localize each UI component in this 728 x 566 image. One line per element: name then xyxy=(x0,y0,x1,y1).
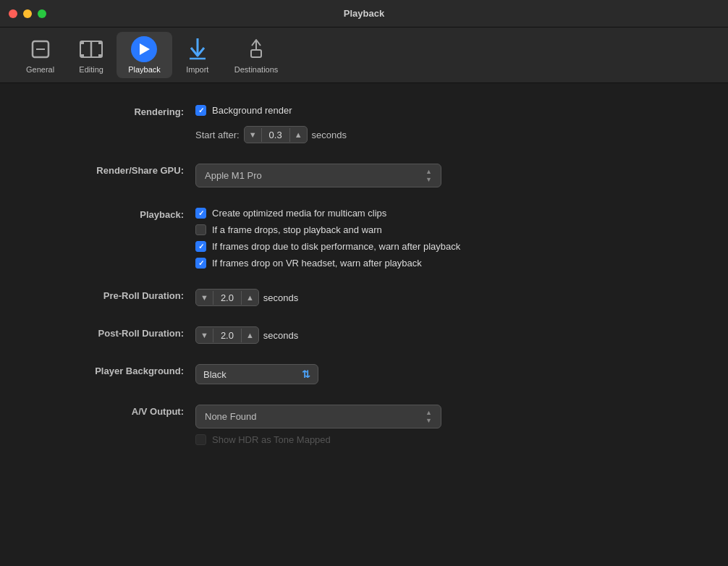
render-gpu-dropdown[interactable]: Apple M1 Pro ▲ ▼ xyxy=(195,164,441,187)
playback-option-1: If a frame drops, stop playback and warn xyxy=(195,224,685,235)
playback-option-3: If frames drop on VR headset, warn after… xyxy=(195,258,685,269)
preroll-stepper-control[interactable]: ▼ 2.0 ▲ xyxy=(195,289,259,306)
svg-rect-3 xyxy=(80,41,84,44)
toolbar-item-editing[interactable]: Editing xyxy=(66,32,117,78)
av-output-dropdown[interactable]: None Found ▲ ▼ xyxy=(195,405,441,428)
svg-rect-6 xyxy=(98,54,102,57)
destinations-label: Destinations xyxy=(234,65,279,74)
playback-option-label-0: Create optimized media for multicam clip… xyxy=(212,208,386,219)
svg-rect-10 xyxy=(251,50,261,57)
postroll-stepper: ▼ 2.0 ▲ seconds xyxy=(195,326,685,344)
window-controls xyxy=(9,9,46,18)
preroll-control: ▼ 2.0 ▲ seconds xyxy=(195,289,685,306)
postroll-stepper-control[interactable]: ▼ 2.0 ▲ xyxy=(195,326,259,344)
toolbar-item-destinations[interactable]: Destinations xyxy=(223,32,290,78)
svg-rect-4 xyxy=(80,54,84,57)
hdr-row: Show HDR as Tone Mapped xyxy=(195,434,685,445)
destinations-icon xyxy=(243,36,269,62)
postroll-seconds-label: seconds xyxy=(263,330,298,341)
player-bg-label: Player Background: xyxy=(43,364,195,376)
playback-option-0: Create optimized media for multicam clip… xyxy=(195,208,685,219)
general-label: General xyxy=(26,65,54,74)
start-after-stepper[interactable]: ▼ 0.3 ▲ xyxy=(244,126,308,143)
av-output-arrows: ▲ ▼ xyxy=(426,409,432,424)
postroll-down[interactable]: ▼ xyxy=(196,327,213,343)
player-bg-dropdown[interactable]: Black ⇅ xyxy=(195,364,318,384)
maximize-button[interactable] xyxy=(38,9,46,18)
av-output-control: None Found ▲ ▼ Show HDR as Tone Mapped xyxy=(195,405,685,445)
start-after-value: 0.3 xyxy=(261,128,290,142)
render-gpu-value: Apple M1 Pro xyxy=(205,170,262,181)
rendering-label: Rendering: xyxy=(43,105,195,117)
render-gpu-row: Render/Share GPU: Apple M1 Pro ▲ ▼ xyxy=(43,164,685,187)
playback-checkbox-2[interactable] xyxy=(195,241,206,252)
postroll-label: Post-Roll Duration: xyxy=(43,326,195,339)
player-bg-value: Black xyxy=(203,369,227,380)
preroll-up[interactable]: ▲ xyxy=(242,290,258,305)
import-label: Import xyxy=(186,65,208,74)
playback-option-label-2: If frames drop due to disk performance, … xyxy=(212,241,460,252)
seconds-label: seconds xyxy=(312,130,347,140)
preroll-down[interactable]: ▼ xyxy=(196,290,213,305)
rendering-row: Rendering: Background render Start after… xyxy=(43,105,685,143)
playback-label: Playback xyxy=(128,65,161,74)
hdr-label: Show HDR as Tone Mapped xyxy=(212,434,331,445)
playback-checkbox-0[interactable] xyxy=(195,208,206,219)
postroll-control: ▼ 2.0 ▲ seconds xyxy=(195,326,685,344)
av-output-row: A/V Output: None Found ▲ ▼ Show HDR as T… xyxy=(43,405,685,445)
player-bg-arrow: ⇅ xyxy=(302,368,310,380)
postroll-up[interactable]: ▲ xyxy=(242,327,258,343)
rendering-control: Background render Start after: ▼ 0.3 ▲ s… xyxy=(195,105,685,143)
av-output-label: A/V Output: xyxy=(43,405,195,417)
import-icon xyxy=(185,36,211,62)
render-gpu-label: Render/Share GPU: xyxy=(43,164,195,176)
content-area: Rendering: Background render Start after… xyxy=(0,83,728,566)
start-after-label: Start after: xyxy=(195,130,240,140)
background-render-label: Background render xyxy=(212,105,292,116)
playback-row: Playback: Create optimized media for mul… xyxy=(43,208,685,269)
editing-label: Editing xyxy=(79,65,103,74)
start-after-row: Start after: ▼ 0.3 ▲ seconds xyxy=(195,126,685,143)
playback-control: Create optimized media for multicam clip… xyxy=(195,208,685,269)
toolbar-item-general[interactable]: General xyxy=(14,32,66,78)
playback-option-2: If frames drop due to disk performance, … xyxy=(195,241,685,252)
preroll-row: Pre-Roll Duration: ▼ 2.0 ▲ seconds xyxy=(43,289,685,306)
preroll-seconds-label: seconds xyxy=(263,292,298,303)
playback-label: Playback: xyxy=(43,208,195,220)
titlebar: Playback xyxy=(0,0,728,28)
playback-option-label-3: If frames drop on VR headset, warn after… xyxy=(212,258,422,269)
svg-rect-5 xyxy=(98,41,102,44)
preroll-value: 2.0 xyxy=(213,291,242,305)
minimize-button[interactable] xyxy=(23,9,32,18)
playback-checkbox-1[interactable] xyxy=(195,224,206,235)
av-output-value: None Found xyxy=(205,411,257,422)
player-bg-row: Player Background: Black ⇅ xyxy=(43,364,685,384)
postroll-value: 2.0 xyxy=(213,329,242,342)
render-gpu-arrows: ▲ ▼ xyxy=(426,168,432,183)
background-render-row: Background render xyxy=(195,105,685,116)
playback-checkbox-3[interactable] xyxy=(195,258,206,269)
preroll-label: Pre-Roll Duration: xyxy=(43,289,195,301)
general-icon xyxy=(27,36,54,62)
start-after-up[interactable]: ▲ xyxy=(290,127,307,143)
toolbar-item-playback[interactable]: Playback xyxy=(117,32,172,78)
hdr-checkbox[interactable] xyxy=(195,434,206,445)
render-gpu-control: Apple M1 Pro ▲ ▼ xyxy=(195,164,685,187)
window-title: Playback xyxy=(344,8,384,19)
toolbar-item-import[interactable]: Import xyxy=(172,32,223,78)
playback-option-label-1: If a frame drops, stop playback and warn xyxy=(212,224,382,235)
postroll-row: Post-Roll Duration: ▼ 2.0 ▲ seconds xyxy=(43,326,685,344)
preroll-stepper: ▼ 2.0 ▲ seconds xyxy=(195,289,685,306)
toolbar: General Editing Playback xyxy=(0,28,728,83)
close-button[interactable] xyxy=(9,9,17,18)
background-render-checkbox[interactable] xyxy=(195,105,206,116)
editing-icon xyxy=(78,36,104,62)
playback-icon xyxy=(131,36,157,62)
start-after-down[interactable]: ▼ xyxy=(245,127,261,143)
player-bg-control: Black ⇅ xyxy=(195,364,685,384)
